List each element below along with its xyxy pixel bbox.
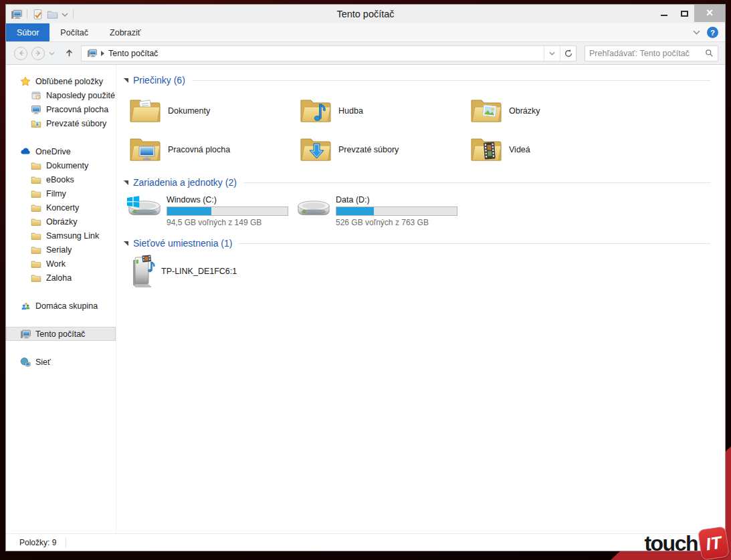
items-count: Položky: 9 <box>19 538 56 547</box>
window-controls: × <box>654 5 725 22</box>
collapse-triangle-icon[interactable] <box>124 241 128 246</box>
sidebar-item-obrazky[interactable]: Obrázky <box>6 215 116 229</box>
downloads-folder-icon <box>300 136 332 163</box>
forward-button[interactable] <box>31 47 45 60</box>
up-button[interactable] <box>64 48 74 58</box>
breadcrumb-location[interactable]: Tento počítač <box>108 49 158 58</box>
status-separator <box>66 537 66 548</box>
folder-tile-videa[interactable]: Videá <box>470 132 636 168</box>
folder-tile-dokumenty[interactable]: Dokumenty <box>129 93 295 129</box>
network-grid: TP-LINK_DE1FC6:1 <box>129 255 725 288</box>
sidebar-item-zaloha[interactable]: Zaloha <box>6 271 116 285</box>
file-list-area: Priečinky (6) Dokumenty Pracovná plocha … <box>116 65 725 533</box>
folder-icon <box>31 202 41 213</box>
forward-arrow-icon <box>34 49 43 57</box>
pictures-folder-icon <box>470 98 502 124</box>
desktop-folder-icon <box>129 136 161 163</box>
tile-label: Videá <box>509 145 530 154</box>
sidebar-item-filmy[interactable]: Filmy <box>6 186 116 200</box>
search-input[interactable] <box>585 49 705 58</box>
sidebar-item-favorites[interactable]: Obľúbené položky <box>6 74 116 88</box>
back-button[interactable] <box>14 47 27 60</box>
music-folder-icon <box>300 98 332 124</box>
sidebar-item-label: Naposledy použité <box>46 91 115 100</box>
collapse-triangle-icon[interactable] <box>124 78 128 83</box>
star-icon <box>20 76 31 87</box>
folders-grid: Dokumenty Pracovná plocha Hudba Prevzaté… <box>129 93 725 168</box>
quick-access-toolbar <box>6 9 75 20</box>
folder-icon <box>31 259 41 269</box>
folder-tile-prevzate-subory[interactable]: Prevzaté súbory <box>300 132 465 168</box>
tile-label: Pracovná plocha <box>168 145 230 154</box>
help-icon[interactable]: ? <box>707 27 718 38</box>
maximize-button[interactable] <box>674 5 694 22</box>
sidebar-item-label: eBooks <box>46 175 74 184</box>
tile-label: Obrázky <box>509 106 540 116</box>
drive-tile-windows-c[interactable]: Windows (C:) 94,5 GB voľných z 149 GB <box>126 194 290 227</box>
sidebar-group-gap <box>6 285 116 299</box>
sidebar-item-downloads[interactable]: Prevzaté súbory <box>6 116 116 130</box>
search-icon[interactable] <box>705 49 714 57</box>
sidebar-item-desktop[interactable]: Pracovná plocha <box>6 102 116 116</box>
sidebar-item-dokumenty[interactable]: Dokumenty <box>6 158 116 172</box>
sidebar-item-work[interactable]: Work <box>6 257 116 271</box>
folder-tile-pracovna-plocha[interactable]: Pracovná plocha <box>129 132 295 168</box>
close-icon: × <box>706 7 714 19</box>
section-title[interactable]: Sieťové umiestnenia (1) <box>133 238 232 249</box>
refresh-icon <box>564 49 573 58</box>
tab-file[interactable]: Súbor <box>6 23 49 41</box>
tab-view[interactable]: Zobraziť <box>99 23 151 41</box>
folder-tile-obrazky[interactable]: Obrázky <box>470 93 636 129</box>
sidebar-group-gap <box>6 341 116 355</box>
section-rule <box>243 182 710 183</box>
collapse-triangle-icon[interactable] <box>124 180 128 185</box>
navigation-pane: Obľúbené položky Naposledy použité Praco… <box>6 65 116 533</box>
section-title[interactable]: Zariadenia a jednotky (2) <box>133 177 237 188</box>
sidebar-item-label: Zaloha <box>46 273 72 283</box>
folder-icon <box>31 188 41 199</box>
minimize-icon <box>661 15 667 16</box>
recent-locations-chevron-icon[interactable] <box>49 51 55 55</box>
sidebar-group-gap <box>6 313 116 327</box>
minimize-button[interactable] <box>654 5 674 22</box>
address-dropdown-button[interactable] <box>544 46 560 61</box>
refresh-button[interactable] <box>560 46 576 61</box>
tab-computer[interactable]: Počítač <box>49 23 99 41</box>
sidebar-item-label: Pracovná plocha <box>46 105 108 114</box>
address-bar[interactable]: Tento počítač <box>81 45 577 61</box>
chevron-down-icon <box>549 51 555 55</box>
section-header-folders: Priečinky (6) <box>124 74 710 86</box>
properties-icon[interactable] <box>32 9 43 20</box>
sidebar-item-label: Work <box>46 259 66 269</box>
onedrive-cloud-icon <box>20 146 31 157</box>
system-drive-icon <box>126 194 163 221</box>
folder-icon <box>31 273 41 283</box>
sidebar-item-koncerty[interactable]: Koncerty <box>6 200 116 215</box>
section-title[interactable]: Priečinky (6) <box>133 75 185 86</box>
drive-usage-bar <box>336 206 457 216</box>
drive-tile-data-d[interactable]: Data (D:) 526 GB voľných z 763 GB <box>296 194 459 227</box>
sidebar-item-homegroup[interactable]: Domáca skupina <box>6 299 116 313</box>
ribbon-expand-chevron-icon[interactable] <box>693 30 700 35</box>
sidebar-item-samsung-link[interactable]: Samsung Link <box>6 229 116 243</box>
watermark-badge-text: IT <box>704 532 722 555</box>
folder-icon <box>31 245 41 255</box>
breadcrumb[interactable]: Tento počítač <box>82 48 544 58</box>
sidebar-item-network[interactable]: Sieť <box>6 355 116 369</box>
tile-label: Prevzaté súbory <box>338 145 399 154</box>
breadcrumb-arrow-icon[interactable] <box>101 51 104 56</box>
sidebar-item-serialy[interactable]: Serialy <box>6 243 116 257</box>
documents-folder-icon <box>129 98 161 124</box>
network-tile-tplink[interactable]: TP-LINK_DE1FC6:1 <box>129 255 725 288</box>
hard-drive-icon <box>296 194 332 221</box>
sidebar-item-onedrive[interactable]: OneDrive <box>6 144 116 158</box>
status-bar: Položky: 9 <box>6 533 725 551</box>
qat-customize-chevron-icon[interactable] <box>62 13 68 17</box>
new-folder-icon[interactable] <box>47 9 58 20</box>
sidebar-item-recent-places[interactable]: Naposledy použité <box>6 88 116 102</box>
sidebar-item-this-pc[interactable]: Tento počítač <box>6 327 116 341</box>
sidebar-group-gap <box>6 130 116 144</box>
sidebar-item-ebooks[interactable]: eBooks <box>6 172 116 186</box>
close-button[interactable]: × <box>694 5 725 22</box>
folder-tile-hudba[interactable]: Hudba <box>300 93 465 129</box>
